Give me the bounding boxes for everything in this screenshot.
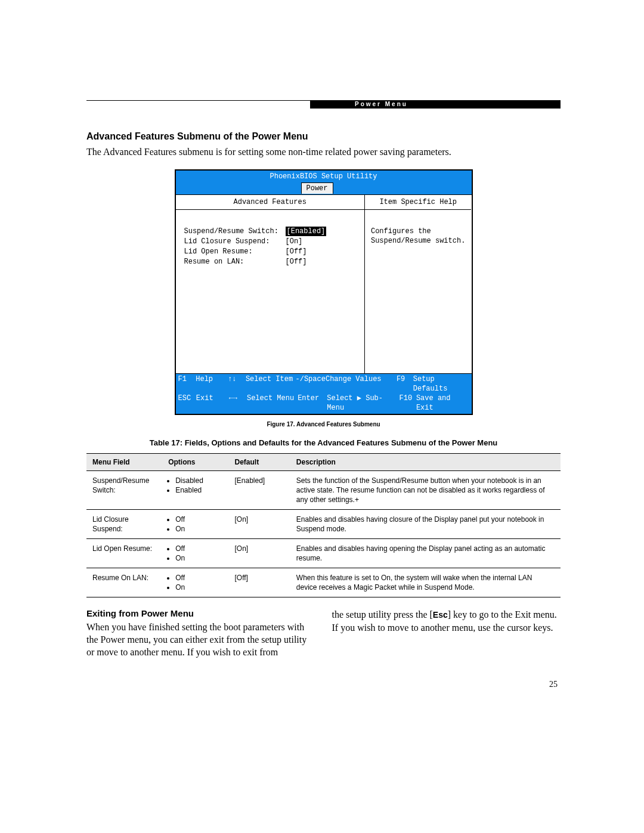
exit-section-title: Exiting from Power Menu xyxy=(86,608,315,618)
cell-menu-field: Lid Closure Suspend: xyxy=(86,510,162,539)
bios-item-label: Lid Closure Suspend: xyxy=(184,237,286,246)
bios-item-value: [Off] xyxy=(286,257,307,267)
col-menu-field: Menu Field xyxy=(86,454,162,471)
bios-title: PhoenixBIOS Setup Utility xyxy=(176,171,472,182)
option-item: Disabled xyxy=(175,476,222,485)
option-item: On xyxy=(175,553,222,563)
bios-key: F10 xyxy=(399,394,416,413)
section-title: Advanced Features Submenu of the Power M… xyxy=(86,131,561,142)
bios-tab-power: Power xyxy=(301,182,333,194)
bios-screenshot: PhoenixBIOS Setup Utility Power Advanced… xyxy=(175,169,473,415)
option-item: On xyxy=(175,524,222,534)
cell-description: When this feature is set to On, the syst… xyxy=(290,568,561,597)
bios-key: ↑↓ xyxy=(228,374,246,394)
cell-menu-field: Resume On LAN: xyxy=(86,568,162,597)
cell-default: [Off] xyxy=(228,568,290,597)
bios-key: Enter xyxy=(298,394,327,413)
option-item: Off xyxy=(175,573,222,583)
bios-key-label: Exit xyxy=(196,394,229,413)
option-item: Enabled xyxy=(175,485,222,495)
bios-item-label: Resume on LAN: xyxy=(184,257,286,267)
cell-default: [Enabled] xyxy=(228,471,290,510)
bios-item-3: Resume on LAN: [Off] xyxy=(184,257,358,267)
col-options: Options xyxy=(162,454,228,471)
bios-right-header: Item Specific Help xyxy=(365,195,472,210)
cell-options: OffOn xyxy=(162,539,228,568)
exit-left-text: When you have finished setting the boot … xyxy=(86,622,306,657)
bios-item-1: Lid Closure Suspend: [On] xyxy=(184,237,358,246)
option-item: Off xyxy=(175,515,222,524)
bios-key: F1 xyxy=(178,374,196,394)
cell-menu-field: Lid Open Resume: xyxy=(86,539,162,568)
table-caption: Table 17: Fields, Options and Defaults f… xyxy=(86,438,561,447)
cell-options: OffOn xyxy=(162,510,228,539)
bios-tab-row: Power xyxy=(176,182,472,195)
bios-key: F9 xyxy=(397,374,413,394)
cell-description: Enables and disables having opening the … xyxy=(290,539,561,568)
cell-default: [On] xyxy=(228,510,290,539)
page-number: 25 xyxy=(549,680,558,689)
bios-help-text: Configures the Suspend/Resume switch. xyxy=(365,210,472,262)
bios-key: ←→ xyxy=(229,394,247,413)
cell-description: Sets the function of the Suspend/Resume … xyxy=(290,471,561,510)
bios-key-label: Select Menu xyxy=(247,394,298,413)
bios-item-label: Suspend/Resume Switch: xyxy=(184,227,286,236)
bios-key-label: Select Item xyxy=(246,374,296,394)
option-item: On xyxy=(175,583,222,592)
header-section-bar: Power Menu xyxy=(310,100,561,109)
cell-options: DisabledEnabled xyxy=(162,471,228,510)
bios-key-label: Setup Defaults xyxy=(413,374,469,394)
bios-key-label: Save and Exit xyxy=(416,394,469,413)
table-row: Suspend/Resume Switch:DisabledEnabled[En… xyxy=(86,471,561,510)
bios-item-value-selected: [Enabled] xyxy=(286,227,327,236)
spec-table: Menu Field Options Default Description S… xyxy=(86,453,561,597)
exit-right-a: the setup utility press the [ xyxy=(332,609,433,620)
table-row: Lid Closure Suspend:OffOn[On]Enables and… xyxy=(86,510,561,539)
bios-key-label: Change Values xyxy=(326,374,397,394)
table-header-row: Menu Field Options Default Description xyxy=(86,454,561,471)
col-description: Description xyxy=(290,454,561,471)
bios-key: -/Space xyxy=(296,374,326,394)
col-default: Default xyxy=(228,454,290,471)
bios-left-header: Advanced Features xyxy=(176,195,364,210)
bios-key-label: Help xyxy=(196,374,228,394)
table-row: Resume On LAN:OffOn[Off]When this featur… xyxy=(86,568,561,597)
esc-key-inline: Esc xyxy=(433,610,448,620)
bios-item-2: Lid Open Resume: [Off] xyxy=(184,247,358,256)
option-item: Off xyxy=(175,544,222,553)
page-content: Power Menu Advanced Features Submenu of … xyxy=(86,101,561,658)
bios-item-0: Suspend/Resume Switch: [Enabled] xyxy=(184,227,358,236)
cell-menu-field: Suspend/Resume Switch: xyxy=(86,471,162,510)
bios-item-value: [Off] xyxy=(286,247,307,256)
figure-caption: Figure 17. Advanced Features Submenu xyxy=(86,421,561,428)
cell-options: OffOn xyxy=(162,568,228,597)
table-row: Lid Open Resume:OffOn[On]Enables and dis… xyxy=(86,539,561,568)
cell-description: Enables and disables having closure of t… xyxy=(290,510,561,539)
section-intro: The Advanced Features submenu is for set… xyxy=(86,145,561,159)
bios-key-label: Select ▶ Sub-Menu xyxy=(327,394,399,413)
bios-item-label: Lid Open Resume: xyxy=(184,247,286,256)
cell-default: [On] xyxy=(228,539,290,568)
bios-item-value: [On] xyxy=(286,237,303,246)
bios-footer: F1 Help ↑↓ Select Item -/Space Change Va… xyxy=(176,374,472,414)
bios-key: ESC xyxy=(178,394,196,413)
